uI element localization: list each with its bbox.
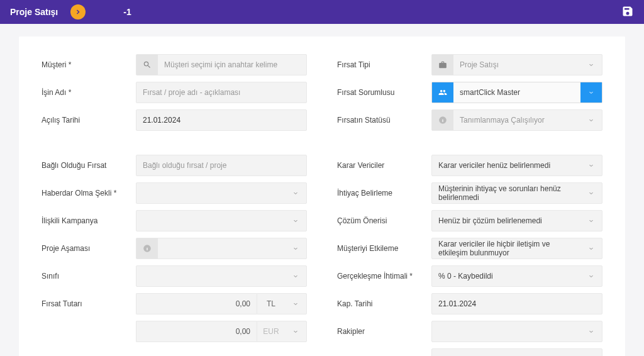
statu-value: Tanımlanmaya Çalışılıyor bbox=[453, 116, 580, 125]
label-sorumlu: Fırsat Sorumlusu bbox=[337, 88, 431, 97]
chevron-down-icon bbox=[580, 349, 602, 356]
label-kampanya: İlişkili Kampanya bbox=[42, 216, 136, 225]
karar-value: Karar vericiler henüz belirlenmedi bbox=[432, 161, 580, 170]
label-haberdar: Haberdar Olma Şekli * bbox=[42, 189, 136, 197]
haberdar-select[interactable] bbox=[136, 182, 307, 204]
forward-button[interactable] bbox=[70, 4, 86, 19]
label-musteri: Müşteri * bbox=[42, 60, 136, 69]
page-title: Proje Satışı bbox=[10, 7, 58, 17]
users-icon-box bbox=[432, 82, 453, 103]
tutar-tl-currency[interactable]: TL bbox=[257, 293, 307, 314]
label-isin-adi: İşin Adı * bbox=[42, 88, 136, 97]
label-etkileme: Müşteriyi Etkileme bbox=[337, 244, 431, 253]
rakipler-select[interactable] bbox=[431, 321, 602, 342]
ihtiyac-value: Müşterinin ihtiyaç ve sorunları henüz be… bbox=[432, 184, 580, 202]
label-ihtiyac: İhtiyaç Belirleme bbox=[337, 189, 431, 197]
sorumlu-value: smartClick Master bbox=[453, 88, 580, 97]
etkileme-value: Karar vericiler ile hiçbir iletişim ve e… bbox=[432, 240, 580, 257]
asama-select[interactable] bbox=[136, 238, 307, 259]
label-statu: Fırsatın Statüsü bbox=[337, 116, 431, 125]
tutar-eur-currency[interactable]: EUR bbox=[257, 321, 307, 342]
chevron-down-icon bbox=[285, 183, 306, 203]
sinifi-select[interactable] bbox=[136, 265, 307, 287]
statu-select[interactable]: Tanımlanmaya Çalışılıyor bbox=[431, 109, 602, 131]
etkileme-select[interactable]: Karar vericiler ile hiçbir iletişim ve e… bbox=[431, 238, 602, 259]
page-header: Proje Satışı -1 bbox=[0, 0, 644, 24]
chevron-down-icon bbox=[580, 238, 602, 259]
ihtimal-select[interactable]: % 0 - Kaybedildi bbox=[431, 265, 602, 287]
musteri-input[interactable] bbox=[158, 55, 306, 75]
chevron-right-icon bbox=[74, 8, 82, 16]
cozum-select[interactable]: Henüz bir çözüm belirlenemedi bbox=[431, 210, 602, 231]
currency-eur-label: EUR bbox=[257, 327, 285, 336]
ihtiyac-select[interactable]: Müşterinin ihtiyaç ve sorunları henüz be… bbox=[431, 182, 602, 204]
chevron-down-icon bbox=[580, 183, 602, 203]
label-rakipler: Rakipler bbox=[337, 327, 431, 336]
search-icon-box bbox=[136, 55, 158, 75]
tutar-tl-input[interactable] bbox=[136, 299, 257, 308]
label-bagli-firsat: Bağlı Olduğu Fırsat bbox=[42, 161, 136, 170]
briefcase-icon-box bbox=[432, 55, 453, 75]
bagli-firsat-field[interactable] bbox=[136, 155, 307, 176]
chevron-down-icon bbox=[285, 238, 306, 259]
sorumlu-select[interactable]: smartClick Master bbox=[431, 82, 602, 103]
chevron-down-icon bbox=[285, 321, 306, 342]
chevron-down-icon bbox=[580, 55, 602, 75]
chevron-down-icon bbox=[285, 266, 306, 286]
tutar-tl-amount[interactable] bbox=[136, 293, 257, 314]
tutar-eur-amount[interactable] bbox=[136, 321, 257, 342]
label-asama: Proje Aşaması bbox=[42, 244, 136, 253]
label-cozum: Çözüm Önerisi bbox=[337, 216, 431, 225]
karar-select[interactable]: Karar vericiler henüz belirlenmedi bbox=[431, 155, 602, 176]
kap-tarihi-input[interactable] bbox=[432, 294, 602, 314]
info-icon-box bbox=[136, 238, 158, 259]
tip-select[interactable]: Proje Satışı bbox=[431, 54, 602, 75]
right-column: Fırsat Tipi Proje Satışı Fırsat Sorumlus… bbox=[337, 54, 602, 356]
form-card: Müşteri * İşin Adı * bbox=[19, 36, 625, 356]
acilis-tarihi-input[interactable] bbox=[136, 110, 306, 130]
tutar-eur-input[interactable] bbox=[136, 327, 257, 336]
label-sinifi: Sınıfı bbox=[42, 272, 136, 281]
label-acilis-tarihi: Açılış Tarihi bbox=[42, 116, 136, 125]
currency-tl-label: TL bbox=[257, 299, 285, 308]
kazanan-select[interactable] bbox=[431, 348, 602, 356]
chevron-down-icon bbox=[580, 155, 602, 175]
label-karar: Karar Vericiler bbox=[337, 161, 431, 170]
isin-adi-field[interactable] bbox=[136, 82, 307, 103]
info-icon bbox=[143, 244, 152, 253]
acilis-tarihi-field[interactable] bbox=[136, 109, 307, 131]
save-icon bbox=[621, 5, 634, 18]
chevron-down-icon bbox=[580, 82, 602, 103]
chevron-down-icon bbox=[580, 110, 602, 130]
bagli-firsat-input[interactable] bbox=[136, 155, 306, 175]
label-tutar: Fırsat Tutarı bbox=[42, 299, 136, 308]
record-id: -1 bbox=[123, 7, 131, 17]
chevron-down-icon bbox=[580, 211, 602, 231]
briefcase-icon bbox=[438, 60, 447, 69]
kap-tarihi-field[interactable] bbox=[431, 293, 602, 314]
label-kap-tarihi: Kap. Tarihi bbox=[337, 299, 431, 308]
save-button[interactable] bbox=[621, 5, 634, 19]
search-icon bbox=[143, 60, 152, 69]
chevron-down-icon bbox=[285, 211, 306, 231]
chevron-down-icon bbox=[580, 266, 602, 286]
info-icon-box bbox=[432, 110, 453, 130]
users-icon bbox=[438, 88, 447, 97]
cozum-value: Henüz bir çözüm belirlenemedi bbox=[432, 216, 580, 225]
label-ihtimal: Gerçekleşme İhtimali * bbox=[337, 272, 431, 281]
left-column: Müşteri * İşin Adı * bbox=[42, 54, 307, 356]
musteri-field[interactable] bbox=[136, 54, 307, 75]
isin-adi-input[interactable] bbox=[136, 82, 306, 103]
chevron-down-icon bbox=[580, 321, 602, 342]
ihtimal-value: % 0 - Kaybedildi bbox=[432, 272, 580, 281]
info-icon bbox=[438, 116, 447, 125]
tip-value: Proje Satışı bbox=[453, 60, 580, 69]
kampanya-select[interactable] bbox=[136, 210, 307, 231]
chevron-down-icon bbox=[285, 294, 306, 314]
label-tip: Fırsat Tipi bbox=[337, 60, 431, 69]
